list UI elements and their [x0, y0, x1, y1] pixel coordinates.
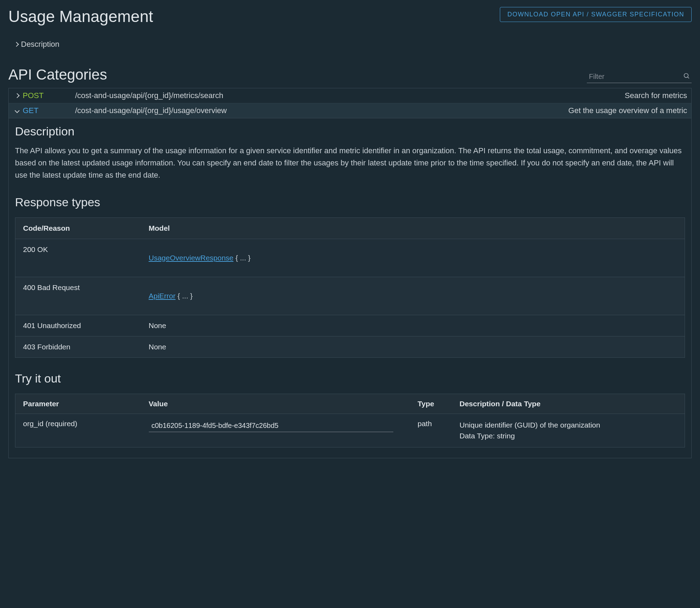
model-link[interactable]: ApiError — [149, 292, 176, 300]
chevron-right-icon — [14, 42, 19, 47]
response-row: 200 OK UsageOverviewResponse { ... } — [15, 239, 685, 277]
col-header-type: Type — [410, 394, 452, 414]
response-types-heading: Response types — [15, 195, 685, 209]
description-heading: Description — [15, 125, 685, 138]
chevron-right-icon — [13, 94, 21, 97]
description-text: The API allows you to get a summary of t… — [15, 144, 685, 181]
response-model: None — [141, 315, 685, 336]
api-categories-title: API Categories — [8, 66, 107, 83]
page-title: Usage Management — [8, 7, 153, 26]
param-description: Unique identifier (GUID) of the organiza… — [452, 414, 685, 447]
response-model: None — [141, 336, 685, 357]
api-endpoint-row[interactable]: GET /cost-and-usage/api/{org_id}/usage/o… — [9, 103, 691, 118]
col-header-desc: Description / Data Type — [452, 394, 685, 414]
search-icon — [683, 73, 690, 80]
response-row: 400 Bad Request ApiError { ... } — [15, 277, 685, 315]
endpoint-detail-panel: Description The API allows you to get a … — [8, 118, 692, 458]
description-toggle[interactable]: Description — [15, 40, 692, 49]
try-it-out-heading: Try it out — [15, 372, 685, 385]
http-method: GET — [23, 106, 75, 115]
param-type: path — [410, 414, 452, 447]
response-code: 403 Forbidden — [15, 336, 141, 357]
col-header-parameter: Parameter — [15, 394, 141, 414]
response-code: 400 Bad Request — [15, 277, 141, 315]
param-name: org_id (required) — [15, 414, 141, 447]
model-link[interactable]: UsageOverviewResponse — [149, 254, 234, 262]
http-method: POST — [23, 91, 75, 100]
description-toggle-label: Description — [21, 40, 59, 49]
param-row: org_id (required) path Unique identifier… — [15, 414, 685, 447]
try-it-out-table: Parameter Value Type Description / Data … — [15, 394, 685, 447]
svg-point-0 — [684, 74, 688, 78]
response-row: 401 Unauthorized None — [15, 315, 685, 336]
model-suffix: { ... } — [176, 292, 193, 300]
response-code: 401 Unauthorized — [15, 315, 141, 336]
api-summary: Get the usage overview of a metric — [568, 106, 687, 115]
response-row: 403 Forbidden None — [15, 336, 685, 357]
col-header-model: Model — [141, 217, 685, 239]
param-desc-line: Unique identifier (GUID) of the organiza… — [460, 421, 600, 429]
api-endpoints-list: POST /cost-and-usage/api/{org_id}/metric… — [8, 88, 692, 118]
api-summary: Search for metrics — [625, 91, 687, 100]
filter-input[interactable] — [587, 71, 692, 83]
chevron-down-icon — [13, 109, 21, 112]
api-path: /cost-and-usage/api/{org_id}/metrics/sea… — [75, 91, 625, 100]
svg-line-1 — [688, 77, 689, 79]
response-types-table: Code/Reason Model 200 OK UsageOverviewRe… — [15, 217, 685, 358]
param-desc-line: Data Type: string — [460, 432, 515, 440]
api-endpoint-row[interactable]: POST /cost-and-usage/api/{org_id}/metric… — [9, 88, 691, 103]
param-value-input[interactable] — [149, 420, 393, 432]
col-header-value: Value — [141, 394, 410, 414]
col-header-code: Code/Reason — [15, 217, 141, 239]
api-path: /cost-and-usage/api/{org_id}/usage/overv… — [75, 106, 568, 115]
response-code: 200 OK — [15, 239, 141, 277]
download-spec-button[interactable]: DOWNLOAD OPEN API / SWAGGER SPECIFICATIO… — [500, 7, 692, 22]
model-suffix: { ... } — [233, 254, 250, 262]
